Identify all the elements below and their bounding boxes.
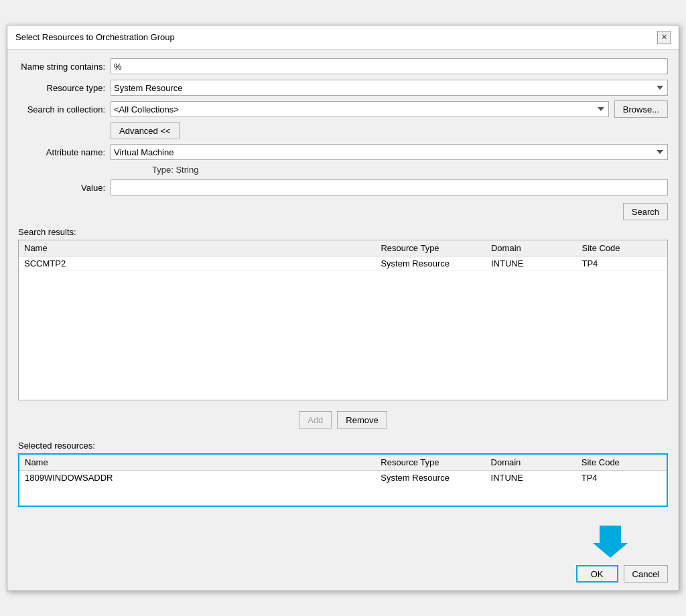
value-label: Value: <box>18 183 105 193</box>
action-buttons-row: Add Remove <box>18 406 668 434</box>
name-string-row: Name string contains: <box>18 58 668 75</box>
list-item[interactable]: 1809WINDOWSADDR System Resource INTUNE T… <box>19 471 667 485</box>
col-header-resource-type: Resource Type <box>375 240 486 256</box>
advanced-row: Advanced << <box>18 122 668 139</box>
search-result-resource-type: System Resource <box>375 256 486 271</box>
name-string-input[interactable] <box>111 58 668 74</box>
search-results-label: Search results: <box>18 227 668 237</box>
advanced-button[interactable]: Advanced << <box>111 122 180 139</box>
search-results-section: Search results: Name Resource Type Domai… <box>18 224 668 402</box>
sel-col-header-site-code: Site Code <box>576 455 667 471</box>
search-row: Search <box>18 203 668 220</box>
down-arrow-icon <box>593 523 628 560</box>
selected-resource-type: System Resource <box>375 471 485 485</box>
selected-resource-domain: INTUNE <box>486 471 576 485</box>
sel-col-header-domain: Domain <box>486 455 576 471</box>
attribute-name-select[interactable]: Virtual Machine <box>111 144 668 160</box>
remove-button[interactable]: Remove <box>337 411 387 429</box>
search-collection-select[interactable]: <All Collections> <box>111 101 609 117</box>
dialog-title: Select Resources to Orchestration Group <box>15 32 175 42</box>
col-header-domain: Domain <box>486 240 577 256</box>
ok-button[interactable]: OK <box>576 565 618 583</box>
table-row[interactable]: SCCMTP2 System Resource INTUNE TP4 <box>19 256 667 271</box>
title-bar: Select Resources to Orchestration Group … <box>7 25 679 50</box>
bottom-area: OK Cancel <box>7 518 679 591</box>
search-collection-label: Search in collection: <box>18 104 105 114</box>
col-header-site-code: Site Code <box>576 240 667 256</box>
arrow-area <box>18 523 668 560</box>
cancel-button[interactable]: Cancel <box>624 565 668 583</box>
search-results-header-row: Name Resource Type Domain Site Code <box>19 240 667 256</box>
search-result-name: SCCMTP2 <box>19 256 375 271</box>
close-button[interactable]: ✕ <box>657 31 671 44</box>
attribute-name-label: Attribute name: <box>18 147 105 157</box>
selected-resource-site-code: TP4 <box>576 471 667 485</box>
dialog-body: Name string contains: Resource type: Sys… <box>7 50 679 518</box>
sel-col-header-name: Name <box>19 455 375 471</box>
col-header-name: Name <box>19 240 375 256</box>
resource-type-select[interactable]: System Resource <box>111 80 668 96</box>
footer-buttons-row: OK Cancel <box>18 565 668 583</box>
selected-resources-section: Selected resources: Name Resource Type D… <box>18 438 668 510</box>
selected-resources-header-row: Name Resource Type Domain Site Code <box>19 455 667 471</box>
selected-resource-name: 1809WINDOWSADDR <box>19 471 375 485</box>
add-button[interactable]: Add <box>299 411 332 429</box>
sel-col-header-resource-type: Resource Type <box>375 455 485 471</box>
selected-resources-table-wrap: Name Resource Type Domain Site Code 1809… <box>18 453 668 507</box>
type-value: String <box>176 165 198 175</box>
svg-marker-0 <box>593 526 628 558</box>
value-row: Value: <box>18 179 668 196</box>
type-label: Type: <box>152 165 174 175</box>
value-input[interactable] <box>111 179 668 196</box>
resource-type-label: Resource type: <box>18 83 105 93</box>
search-collection-row: Search in collection: <All Collections> … <box>18 100 668 118</box>
attribute-name-row: Attribute name: Virtual Machine <box>18 143 668 161</box>
search-result-domain: INTUNE <box>486 256 577 271</box>
selected-resources-label: Selected resources: <box>18 441 668 451</box>
selected-resources-table: Name Resource Type Domain Site Code 1809… <box>19 455 667 485</box>
name-string-label: Name string contains: <box>18 62 105 72</box>
dialog: Select Resources to Orchestration Group … <box>7 25 679 591</box>
search-result-site-code: TP4 <box>576 256 667 271</box>
search-results-table-wrap: Name Resource Type Domain Site Code SCCM… <box>18 240 668 400</box>
type-row: Type: String <box>18 165 668 175</box>
resource-type-row: Resource type: System Resource <box>18 79 668 96</box>
search-results-table: Name Resource Type Domain Site Code SCCM… <box>19 240 667 271</box>
browse-button[interactable]: Browse... <box>614 100 668 118</box>
search-button[interactable]: Search <box>623 203 668 220</box>
